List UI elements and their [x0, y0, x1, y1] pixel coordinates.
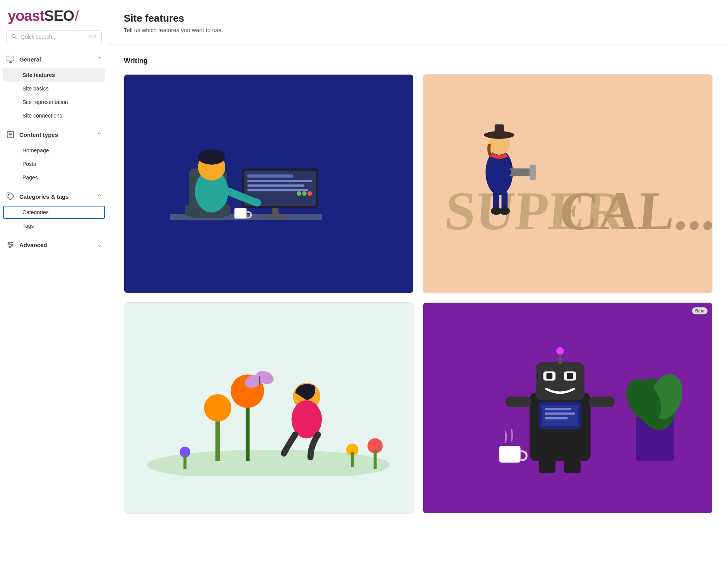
sidebar-item-site-features[interactable]: Site features [3, 68, 105, 82]
svg-rect-23 [247, 189, 308, 191]
writing-section-title: Writing [124, 57, 713, 65]
logo-yoast: yoast [8, 8, 44, 24]
svg-rect-27 [234, 208, 246, 219]
svg-rect-74 [545, 413, 576, 415]
keyword-illustration-svg [124, 339, 413, 476]
tag-icon [6, 192, 15, 201]
svg-rect-0 [7, 56, 14, 61]
svg-rect-64 [536, 362, 584, 400]
advanced-chevron-icon: ⌄ [97, 242, 102, 248]
feature-card-3-body: Enable feature [124, 513, 413, 513]
beta-illustration: Beta [423, 303, 712, 513]
general-chevron-icon: ⌃ [97, 56, 102, 62]
svg-text:CAL...: CAL... [557, 181, 712, 241]
seo-analysis-card: SEO analysis The SEO analysis offers sug… [124, 74, 414, 293]
svg-rect-75 [545, 417, 568, 420]
readability-illustration-svg: SUPER CAL... [423, 115, 712, 252]
svg-rect-17 [265, 214, 286, 218]
page-header: Site features Tell us which features you… [108, 0, 728, 44]
svg-point-6 [9, 242, 10, 244]
search-icon [11, 34, 17, 40]
feature-card-3: Enable feature [124, 302, 414, 514]
general-section-title: General [19, 56, 41, 63]
content-types-chevron-icon: ⌃ [97, 131, 102, 138]
svg-point-25 [302, 191, 307, 196]
nav-section-general: General ⌃ Site features Site basics Site… [0, 51, 108, 125]
beta-badge: Beta [692, 307, 707, 314]
seo-analysis-illustration [124, 75, 413, 293]
general-nav-items: Site features Site basics Site represent… [0, 67, 108, 125]
svg-rect-76 [505, 397, 531, 408]
nav-section-header-content-types[interactable]: Content types ⌃ [0, 126, 108, 143]
page-title: Site features [124, 12, 713, 24]
content-types-nav-items: Homepage Posts Pages [0, 143, 108, 187]
nav-section-header-categories-tags[interactable]: Categories & tags ⌃ [0, 188, 108, 205]
svg-point-24 [297, 191, 301, 196]
readability-illustration: SUPER CAL... [423, 75, 712, 293]
sidebar-item-site-representation[interactable]: Site representation [3, 96, 105, 109]
svg-point-26 [308, 191, 312, 196]
nav-section-content-types: Content types ⌃ Homepage Posts Pages [0, 126, 108, 187]
svg-rect-43 [215, 416, 220, 461]
content-types-section-title: Content types [19, 131, 58, 138]
cards-grid: SEO analysis The SEO analysis offers sug… [124, 74, 713, 513]
keyword-illustration [124, 303, 413, 513]
svg-rect-21 [247, 180, 312, 182]
monitor-icon [6, 55, 15, 63]
svg-rect-53 [351, 452, 354, 467]
sidebar-item-pages[interactable]: Pages [3, 171, 105, 184]
nav-section-advanced: Advanced ⌄ [0, 237, 108, 253]
svg-rect-68 [567, 373, 573, 379]
svg-rect-57 [183, 455, 186, 469]
svg-point-38 [499, 207, 510, 215]
categories-tags-chevron-icon: ⌃ [97, 193, 102, 200]
feature-card-4-body: Enable feature [423, 513, 712, 513]
nav-section-header-general[interactable]: General ⌃ [0, 51, 108, 67]
svg-point-70 [556, 347, 564, 355]
svg-rect-39 [508, 168, 531, 176]
sidebar-item-homepage[interactable]: Homepage [3, 144, 105, 157]
svg-rect-45 [246, 400, 250, 461]
advanced-section-title: Advanced [19, 242, 47, 248]
page-subtitle: Tell us which features you want to use. [124, 27, 713, 33]
readability-analysis-card: SUPER CAL... [423, 74, 713, 293]
svg-rect-79 [564, 460, 581, 473]
svg-rect-34 [495, 124, 504, 136]
search-placeholder: Quick search... [21, 34, 86, 40]
svg-rect-78 [539, 460, 555, 473]
document-icon [6, 130, 15, 139]
categories-tags-nav-items: Categories Tags [0, 205, 108, 235]
seo-analysis-card-body: SEO analysis The SEO analysis offers sug… [124, 293, 413, 293]
svg-rect-55 [374, 450, 377, 469]
beta-illustration-svg [423, 339, 712, 476]
nav-section-categories-tags: Categories & tags ⌃ Categories Tags [0, 188, 108, 235]
svg-point-2 [8, 194, 9, 195]
sidebar-item-posts[interactable]: Posts [3, 157, 105, 171]
svg-rect-20 [247, 174, 293, 177]
svg-rect-69 [559, 353, 562, 364]
sliders-icon [6, 241, 15, 249]
content-body: Writing [108, 44, 728, 535]
logo-seo: SEO [44, 8, 74, 24]
svg-rect-80 [499, 446, 521, 462]
feature-card-4: Beta [423, 302, 713, 514]
categories-tags-section-title: Categories & tags [19, 193, 69, 200]
sidebar-item-site-basics[interactable]: Site basics [3, 82, 105, 95]
nav-section-header-advanced[interactable]: Advanced ⌄ [0, 237, 108, 253]
search-shortcut: ⌘K [89, 34, 97, 39]
main-content: Site features Tell us which features you… [108, 0, 728, 580]
sidebar-item-categories[interactable]: Categories [3, 206, 105, 219]
svg-point-7 [11, 244, 13, 246]
svg-rect-67 [546, 373, 552, 379]
search-box[interactable]: Quick search... ⌘K [6, 30, 102, 43]
svg-point-15 [198, 149, 226, 164]
sidebar-item-site-connections[interactable]: Site connections [3, 109, 105, 122]
logo: yoastSEO/ [8, 9, 100, 23]
logo-area: yoastSEO/ [0, 0, 108, 30]
sidebar-item-tags[interactable]: Tags [3, 219, 105, 232]
seo-illustration-svg [124, 115, 413, 252]
logo-slash: / [75, 8, 79, 24]
svg-point-44 [204, 394, 231, 422]
svg-rect-22 [247, 184, 304, 187]
svg-point-8 [9, 246, 10, 248]
